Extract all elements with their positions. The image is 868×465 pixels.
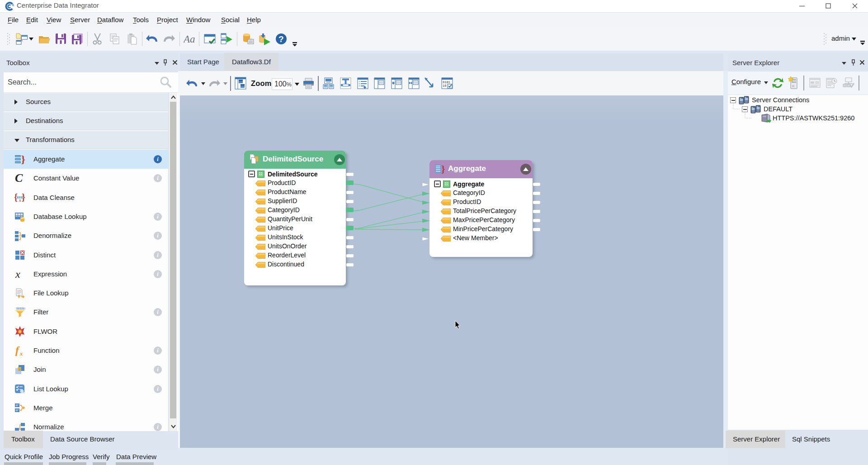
svg-text:{: { [14,192,18,202]
svg-text:?: ? [278,34,284,44]
svg-text:f: f [15,345,20,356]
svg-text:x: x [15,269,20,280]
svg-text:C: C [15,173,23,184]
svg-text:10: 10 [443,84,446,88]
svg-text:x: x [19,197,21,203]
svg-text:I0II0I: I0II0I [16,307,25,310]
svg-text:0101: 0101 [443,81,450,84]
svg-text:x: x [19,350,23,356]
svg-text:}: } [21,154,25,165]
svg-text:}: } [441,164,445,175]
svg-text:Aa: Aa [184,33,195,45]
